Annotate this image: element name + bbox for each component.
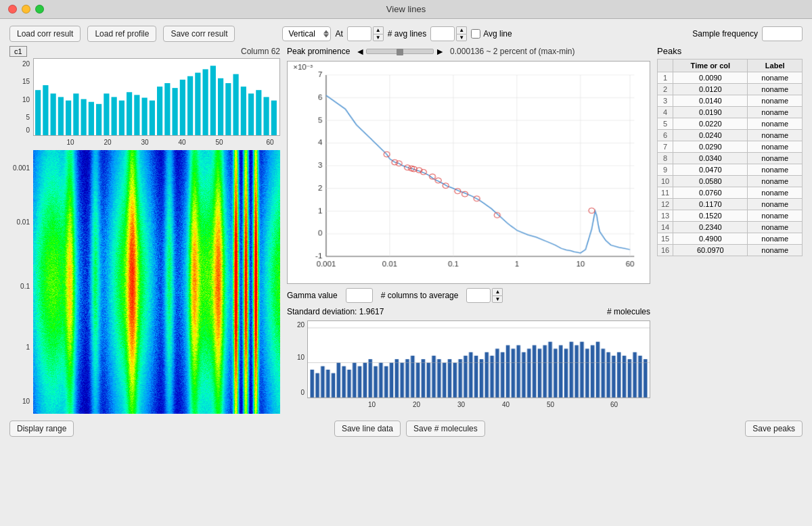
- svg-text:10: 10: [297, 354, 305, 361]
- row-time: 0.0340: [673, 153, 748, 164]
- table-row: 2 0.0120 noname: [658, 84, 803, 95]
- row-label: noname: [748, 176, 803, 187]
- avg-line-checkbox-label[interactable]: Avg line: [471, 29, 512, 39]
- line-chart-canvas[interactable]: [288, 62, 650, 283]
- svg-rect-28: [210, 66, 216, 135]
- svg-rect-19: [142, 98, 148, 135]
- row-num: 1: [658, 72, 673, 84]
- svg-text:5: 5: [26, 114, 30, 121]
- avg-line-checkbox[interactable]: [471, 29, 480, 39]
- save-molecules-button[interactable]: Save # molecules: [406, 421, 485, 437]
- peaks-col-time: Time or col: [673, 59, 748, 72]
- row-num: 10: [658, 176, 673, 187]
- svg-rect-25: [187, 76, 193, 135]
- table-row: 12 0.1170 noname: [658, 199, 803, 210]
- save-line-data-button[interactable]: Save line data: [334, 421, 401, 437]
- svg-rect-26: [195, 73, 200, 135]
- table-row: 13 0.1520 noname: [658, 210, 803, 222]
- svg-rect-15: [112, 97, 117, 136]
- row-time: 0.0240: [673, 130, 748, 141]
- svg-text:10: 10: [22, 398, 30, 405]
- svg-rect-30: [225, 83, 231, 135]
- at-down[interactable]: ▼: [373, 34, 384, 41]
- heatmap-canvas[interactable]: [33, 150, 280, 414]
- peak-prominence-slider[interactable]: [366, 49, 434, 54]
- bar-y-axis: 20 15 10 5 0: [9, 58, 33, 136]
- row-num: 4: [658, 107, 673, 118]
- table-row: 4 0.0190 noname: [658, 107, 803, 118]
- svg-rect-27: [202, 69, 208, 135]
- row-num: 6: [658, 130, 673, 141]
- gamma-input[interactable]: 1: [346, 288, 373, 303]
- avg-cols-label: # columns to average: [381, 291, 459, 300]
- gamma-label: Gamma value: [287, 291, 338, 300]
- load-corr-button[interactable]: Load corr result: [9, 26, 81, 42]
- row-num: 15: [658, 233, 673, 245]
- svg-text:40: 40: [178, 139, 186, 146]
- peak-prominence-row: Peak prominence ◄ ► 0.000136 ~ 2 percent…: [287, 46, 650, 57]
- svg-text:0: 0: [26, 126, 30, 134]
- row-num: 7: [658, 141, 673, 153]
- svg-rect-18: [134, 95, 139, 135]
- bottom-bar-y-axis: 20 10 0: [287, 320, 307, 398]
- avg-lines-label: # avg lines: [388, 29, 426, 39]
- bottom-bar-x-axis: 10 20 30 40 50 60: [307, 398, 650, 410]
- row-time: 60.0970: [673, 245, 748, 256]
- row-label: noname: [748, 107, 803, 118]
- orientation-select[interactable]: Vertical: [282, 26, 331, 41]
- row-num: 9: [658, 164, 673, 176]
- avg-lines-up[interactable]: ▲: [456, 26, 467, 34]
- std-dev-label: Standard deviation: 1.9617: [287, 307, 384, 316]
- svg-text:20: 20: [413, 401, 421, 408]
- chart-header: c1 Column 62: [9, 46, 280, 57]
- bottom-toolbar: Display range Save line data Save # mole…: [9, 418, 803, 437]
- row-time: 0.0120: [673, 84, 748, 95]
- maximize-button[interactable]: [35, 5, 44, 14]
- orientation-select-wrapper[interactable]: Vertical: [282, 26, 331, 41]
- row-label: noname: [748, 222, 803, 233]
- svg-text:50: 50: [215, 139, 223, 146]
- row-label: noname: [748, 245, 803, 256]
- avg-lines-spinner[interactable]: 3 ▲ ▼: [430, 26, 467, 41]
- avg-cols-spinner[interactable]: 1 ▲ ▼: [466, 288, 503, 303]
- save-peaks-button[interactable]: Save peaks: [745, 421, 803, 437]
- row-num: 13: [658, 210, 673, 222]
- avg-cols-up[interactable]: ▲: [492, 288, 503, 295]
- avg-cols-down[interactable]: ▼: [492, 295, 503, 303]
- row-time: 0.0470: [673, 164, 748, 176]
- save-corr-button[interactable]: Save corr result: [163, 26, 235, 42]
- svg-rect-16: [119, 101, 125, 135]
- table-row: 3 0.0140 noname: [658, 95, 803, 107]
- svg-rect-33: [248, 93, 254, 135]
- svg-rect-34: [256, 90, 261, 135]
- std-dev-row: Standard deviation: 1.9617 # molecules: [287, 307, 650, 316]
- table-row: 7 0.0290 noname: [658, 141, 803, 153]
- row-time: 0.2340: [673, 222, 748, 233]
- peak-prominence-value: 0.000136 ~ 2 percent of (max-min): [450, 47, 574, 56]
- row-num: 2: [658, 84, 673, 95]
- bottom-bar-canvas: [308, 321, 650, 398]
- table-row: 14 0.2340 noname: [658, 222, 803, 233]
- sample-freq-input[interactable]: 1000: [762, 26, 803, 41]
- close-button[interactable]: [8, 5, 17, 14]
- minimize-button[interactable]: [22, 5, 30, 14]
- right-panel: Peaks Time or col Label 1 0.0090 noname2: [657, 46, 803, 414]
- load-ref-button[interactable]: Load ref profile: [87, 26, 156, 42]
- at-spinner[interactable]: 1 ▲ ▼: [347, 26, 384, 41]
- avg-cols-input[interactable]: 1: [466, 288, 491, 303]
- svg-text:50: 50: [547, 401, 555, 408]
- svg-rect-22: [164, 83, 170, 135]
- row-label: noname: [748, 84, 803, 95]
- at-up[interactable]: ▲: [373, 26, 384, 34]
- column-label: Column 62: [241, 47, 280, 56]
- at-input[interactable]: 1: [347, 26, 371, 41]
- svg-text:10: 10: [22, 96, 30, 103]
- molecules-label: # molecules: [607, 307, 650, 316]
- gamma-row: Gamma value 1 # columns to average 1 ▲ ▼: [287, 288, 650, 303]
- main-toolbar: Load corr result Load ref profile Save c…: [9, 26, 803, 42]
- avg-lines-input[interactable]: 3: [430, 26, 455, 41]
- row-time: 0.1520: [673, 210, 748, 222]
- table-row: 1 0.0090 noname: [658, 72, 803, 84]
- display-range-button[interactable]: Display range: [9, 421, 74, 437]
- avg-lines-down[interactable]: ▼: [456, 34, 467, 41]
